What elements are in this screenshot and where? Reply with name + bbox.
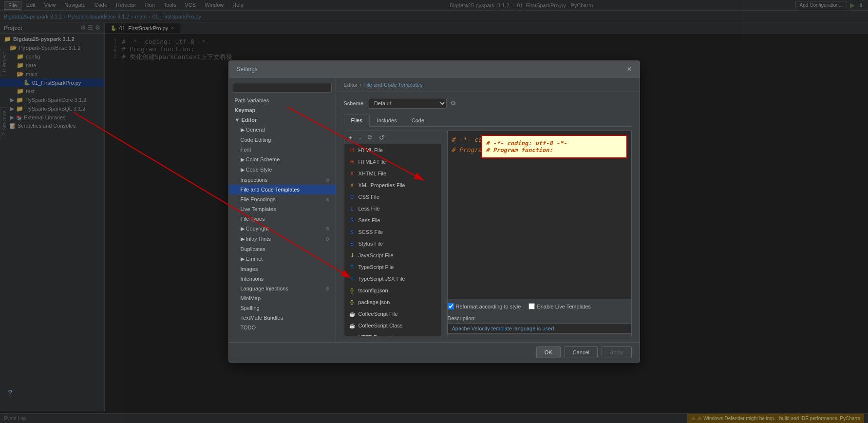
settings-icon-inlayhints: ⚙ (325, 236, 330, 242)
nav-item-live-templates[interactable]: Live Templates (229, 204, 336, 214)
settings-icon-encodings: ⚙ (325, 197, 330, 202)
modal-title: Settings (237, 66, 258, 73)
reformat-checkbox[interactable]: Reformat according to style (448, 303, 521, 309)
scheme-gear-icon[interactable]: ⚙ (451, 100, 456, 107)
list-item-xhtml[interactable]: X XHTML File (344, 168, 441, 179)
modal-footer: OK Cancel Apply (229, 342, 640, 362)
nav-item-spelling[interactable]: Spelling (229, 303, 336, 313)
list-item-html[interactable]: H HTML File (344, 144, 441, 156)
list-item-less[interactable]: L Less File (344, 203, 441, 214)
template-options: Reformat according to style Enable Live … (448, 299, 631, 313)
scheme-select[interactable]: Default (369, 98, 447, 109)
modal-header: Settings × (229, 61, 640, 78)
tab-includes[interactable]: Includes (370, 115, 404, 126)
modal-overlay: Settings × Path Variables Keymap ▼ Edito… (0, 0, 868, 411)
package-file-icon: {} (348, 298, 356, 306)
nav-item-textmate[interactable]: TextMate Bundles (229, 313, 336, 323)
modal-body: Path Variables Keymap ▼ Editor ▶ General… (229, 78, 640, 342)
xhtml-file-icon: X (348, 170, 356, 177)
list-item-ts[interactable]: T TypeScript File (344, 261, 441, 273)
file-list: H HTML File H HTML4 File X XHTML File (344, 144, 441, 336)
js-file-icon: J (348, 251, 356, 259)
nav-item-font[interactable]: Font (229, 145, 336, 154)
nav-item-color-scheme[interactable]: ▶ Color Scheme (229, 154, 336, 165)
tab-code[interactable]: Code (404, 115, 432, 126)
nav-item-intentions[interactable]: Intentions (229, 274, 336, 284)
list-item-tsconfig[interactable]: {} tsconfig.json (344, 285, 441, 296)
ok-button[interactable]: OK (536, 346, 561, 358)
remove-template-button[interactable]: - (356, 133, 364, 142)
less-file-icon: L (348, 205, 356, 212)
fct-main: + - ⧉ ↺ H HTML File (344, 131, 632, 336)
css-file-icon: C (348, 193, 356, 201)
description-text: Apache Velocity template language is use… (448, 323, 631, 334)
nav-item-keymap[interactable]: Keymap (229, 105, 336, 115)
tsconfig-file-icon: {} (348, 287, 356, 294)
settings-icon-langinjections: ⚙ (325, 286, 330, 291)
modal-close-button[interactable]: × (627, 65, 631, 74)
breadcrumb-current: File and Code Templates (363, 82, 422, 88)
nav-item-duplicates[interactable]: Duplicates (229, 244, 336, 254)
live-templates-checkbox[interactable]: Enable Live Templates (528, 303, 590, 309)
file-list-panel: + - ⧉ ↺ H HTML File (344, 131, 441, 336)
settings-search-input[interactable] (233, 83, 332, 93)
sass-file-icon: S (348, 216, 356, 224)
nav-item-general[interactable]: ▶ General (229, 125, 336, 135)
list-item-stylus[interactable]: S Stylus File (344, 238, 441, 250)
nav-item-file-encodings[interactable]: File Encodings ⚙ (229, 194, 336, 204)
settings-modal: Settings × Path Variables Keymap ▼ Edito… (228, 60, 640, 363)
list-item-tsx[interactable]: T TypeScript JSX File (344, 273, 441, 285)
list-item-css[interactable]: C CSS File (344, 191, 441, 203)
nav-item-inspections[interactable]: Inspections ⚙ (229, 175, 336, 185)
xml-file-icon: X (348, 181, 356, 189)
fct-tabs: Files Includes Code (344, 115, 632, 127)
list-toolbar: + - ⧉ ↺ (344, 131, 441, 144)
breadcrumb-editor: Editor (344, 82, 358, 88)
template-description: Description: Apache Velocity template la… (448, 313, 631, 336)
nav-item-todo[interactable]: TODO (229, 323, 336, 332)
settings-breadcrumb: Editor › File and Code Templates (336, 78, 640, 92)
nav-item-code-editing[interactable]: Code Editing (229, 135, 336, 145)
nav-item-editor[interactable]: ▼ Editor (229, 115, 336, 125)
scheme-row: Scheme: Default ⚙ (344, 98, 632, 109)
nav-item-minimap[interactable]: MiniMap (229, 293, 336, 303)
nav-item-code-style[interactable]: ▶ Code Style (229, 165, 336, 175)
html4-file-icon: H (348, 158, 356, 166)
tab-files[interactable]: Files (344, 115, 370, 127)
nav-item-images[interactable]: Images (229, 264, 336, 274)
http-file-icon: ↗ (348, 333, 356, 336)
cancel-button[interactable]: Cancel (565, 346, 598, 358)
html-file-icon: H (348, 146, 356, 154)
nav-item-emmet[interactable]: ▶ Emmet (229, 254, 336, 264)
list-item-coffeeclass[interactable]: ☕ CoffeeScript Class (344, 320, 441, 331)
apply-button[interactable]: Apply (602, 346, 632, 358)
coffee-file-icon: ☕ (348, 310, 356, 318)
scss-file-icon: S (348, 228, 356, 236)
nav-item-file-code-templates[interactable]: File and Code Templates (229, 185, 336, 194)
add-template-button[interactable]: + (346, 133, 356, 142)
list-item-package[interactable]: {} package.json (344, 296, 441, 308)
list-item-coffee[interactable]: ☕ CoffeeScript File (344, 308, 441, 320)
list-item-scss[interactable]: S SCSS File (344, 226, 441, 238)
ts-file-icon: T (348, 263, 356, 271)
copy-template-button[interactable]: ⧉ (365, 133, 375, 142)
nav-item-lang-injections[interactable]: Language Injections ⚙ (229, 284, 336, 293)
template-editor-panel: # -*- coding: utf-8 -*- # Program functi… (447, 131, 632, 336)
search-box (229, 80, 336, 96)
reset-template-button[interactable]: ↺ (376, 133, 387, 142)
template-editor-content[interactable]: # -*- coding: utf-8 -*- # Program functi… (448, 131, 631, 299)
list-item-html4[interactable]: H HTML4 File (344, 156, 441, 168)
nav-item-inlay-hints[interactable]: ▶ Inlay Hints ⚙ (229, 234, 336, 244)
stylus-file-icon: S (348, 240, 356, 248)
list-item-sass[interactable]: S Sass File (344, 214, 441, 226)
nav-item-pathvars[interactable]: Path Variables (229, 96, 336, 105)
coffeeclass-file-icon: ☕ (348, 322, 356, 329)
nav-item-file-types[interactable]: File Types (229, 214, 336, 224)
nav-item-copyright[interactable]: ▶ Copyright ⚙ (229, 224, 336, 234)
list-item-js[interactable]: J JavaScript File (344, 250, 441, 261)
list-item-xmlprops[interactable]: X XML Properties File (344, 179, 441, 191)
list-item-httpreq[interactable]: ↗ HTTP Request (344, 331, 441, 336)
velocity-link[interactable]: Apache Velocity (452, 326, 490, 331)
settings-content: Editor › File and Code Templates Scheme:… (336, 78, 640, 342)
settings-nav: Path Variables Keymap ▼ Editor ▶ General… (229, 78, 336, 342)
